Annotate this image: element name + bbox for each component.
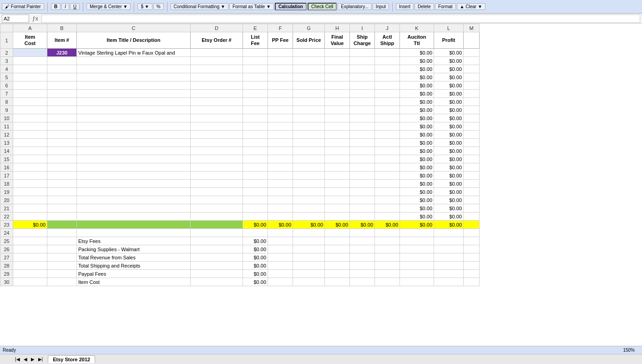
cell-G2[interactable] (293, 49, 325, 57)
cell-M23[interactable] (464, 221, 480, 229)
cell-D1[interactable]: Etsy Order # (191, 32, 243, 49)
cell-K2[interactable]: $0.00 (400, 49, 434, 57)
cell-K1[interactable]: Auciton Ttl (400, 32, 434, 49)
cell-E27[interactable]: $0.00 (243, 253, 268, 262)
explanatory-btn[interactable]: Explanatory... (338, 3, 371, 10)
row-8: 8$0.00$0.00 (0, 98, 480, 106)
cell-H3[interactable] (325, 57, 350, 65)
cell-A23[interactable]: $0.00 (13, 221, 47, 229)
col-header-D[interactable]: D (191, 24, 243, 32)
cell-E28[interactable]: $0.00 (243, 262, 268, 270)
cell-F3[interactable] (268, 57, 293, 65)
cell-L23[interactable]: $0.00 (434, 221, 464, 229)
cell-F2[interactable] (268, 49, 293, 57)
cell-C1[interactable]: Item Title / Description (77, 32, 191, 49)
cell-E2[interactable] (243, 49, 268, 57)
conditional-formatting-btn[interactable]: Conditional Formatting ▼ (171, 3, 228, 10)
cell-B1[interactable]: Item # (47, 32, 77, 49)
delete-btn[interactable]: Delete (415, 3, 434, 10)
merge-center-btn[interactable]: Merge & Center ▼ (86, 3, 131, 10)
cell-A3[interactable] (13, 57, 47, 65)
col-header-A[interactable]: A (13, 24, 47, 32)
cell-D23[interactable] (191, 221, 243, 229)
currency-btn[interactable]: $ ▼ (137, 3, 152, 10)
cell-E30[interactable]: $0.00 (243, 278, 268, 286)
col-header-G[interactable]: G (293, 24, 325, 32)
cell-E25[interactable]: $0.00 (243, 237, 268, 245)
col-header-J[interactable]: J (375, 24, 400, 32)
format-painter-btn[interactable]: 🖌 Format Painter (2, 3, 44, 10)
calculation-btn[interactable]: Calculation (275, 3, 307, 10)
styles-group: Conditional Formatting ▼ Format as Table… (171, 3, 389, 10)
col-header-B[interactable]: B (47, 24, 77, 32)
cell-B23[interactable] (47, 221, 77, 229)
cell-A1[interactable]: Item Cost (13, 32, 47, 49)
cell-D2[interactable] (191, 49, 243, 57)
cell-M2[interactable] (464, 49, 480, 57)
cell-K3[interactable]: $0.00 (400, 57, 434, 65)
italic-btn[interactable]: I (61, 3, 69, 10)
cell-H2[interactable] (325, 49, 350, 57)
cell-E23[interactable]: $0.00 (243, 221, 268, 229)
col-header-L[interactable]: L (434, 24, 464, 32)
cell-G23[interactable]: $0.00 (293, 221, 325, 229)
percent-btn[interactable]: % (153, 3, 164, 10)
clear-btn[interactable]: ▲ Clear ▼ (457, 3, 485, 10)
cell-C28[interactable]: Total Shipping and Receipts (77, 262, 191, 270)
cell-M3[interactable] (464, 57, 480, 65)
cell-L2[interactable]: $0.00 (434, 49, 464, 57)
name-box[interactable]: A2 (2, 15, 29, 23)
cell-L3[interactable]: $0.00 (434, 57, 464, 65)
col-header-K[interactable]: K (400, 24, 434, 32)
cell-J23[interactable]: $0.00 (375, 221, 400, 229)
cell-I1[interactable]: Ship Charge (350, 32, 375, 49)
format-btn[interactable]: Format (435, 3, 456, 10)
col-header-E[interactable]: E (243, 24, 268, 32)
col-header-I[interactable]: I (350, 24, 375, 32)
cell-I3[interactable] (350, 57, 375, 65)
cell-F23[interactable]: $0.00 (268, 221, 293, 229)
cell-L1[interactable]: Profit (434, 32, 464, 49)
cell-C2[interactable]: Vintage Sterling Lapel Pin w Faux Opal a… (77, 49, 191, 57)
insert-btn[interactable]: Insert (396, 3, 414, 10)
cell-C27[interactable]: Total Revenue from Sales (77, 253, 191, 262)
cell-G3[interactable] (293, 57, 325, 65)
cell-B3[interactable] (47, 57, 77, 65)
underline-btn[interactable]: U (70, 3, 80, 10)
col-header-C[interactable]: C (77, 24, 191, 32)
col-header-H[interactable]: H (325, 24, 350, 32)
row-header-3: 3 (0, 57, 13, 65)
cell-G1[interactable]: Sold Price (293, 32, 325, 49)
cell-K23[interactable]: $0.00 (400, 221, 434, 229)
cell-J2[interactable] (375, 49, 400, 57)
cell-J3[interactable] (375, 57, 400, 65)
formula-input[interactable] (41, 15, 640, 23)
check-cell-btn[interactable]: Check Cell (308, 3, 337, 10)
cell-J1[interactable]: Actl Shipp (375, 32, 400, 49)
cell-E29[interactable]: $0.00 (243, 270, 268, 278)
col-header-F[interactable]: F (268, 24, 293, 32)
cell-I2[interactable] (350, 49, 375, 57)
cell-E1[interactable]: List Fee (243, 32, 268, 49)
cell-F1[interactable]: PP Fee (268, 32, 293, 49)
cell-H23[interactable]: $0.00 (325, 221, 350, 229)
cell-E3[interactable] (243, 57, 268, 65)
input-btn[interactable]: Input (373, 3, 389, 10)
cell-I23[interactable]: $0.00 (350, 221, 375, 229)
cell-C30[interactable]: Item Cost (77, 278, 191, 286)
cell-D3[interactable] (191, 57, 243, 65)
format-table-btn[interactable]: Format as Table ▼ (229, 3, 274, 10)
cell-M1[interactable] (464, 32, 480, 49)
bold-btn[interactable]: B (51, 3, 61, 10)
cell-C3[interactable] (77, 57, 191, 65)
row-header-9: 9 (0, 106, 13, 114)
cell-E26[interactable]: $0.00 (243, 245, 268, 253)
cell-C26[interactable]: Packing Supplies - Walmart (77, 245, 191, 253)
cell-C29[interactable]: Paypal Fees (77, 270, 191, 278)
cell-C23[interactable] (77, 221, 191, 229)
cell-A2[interactable] (13, 49, 47, 57)
cell-H1[interactable]: Final Value (325, 32, 350, 49)
cell-B2[interactable]: J230 (47, 49, 77, 57)
cell-C25[interactable]: Etsy Fees (77, 237, 191, 245)
col-header-M[interactable]: M (464, 24, 480, 32)
